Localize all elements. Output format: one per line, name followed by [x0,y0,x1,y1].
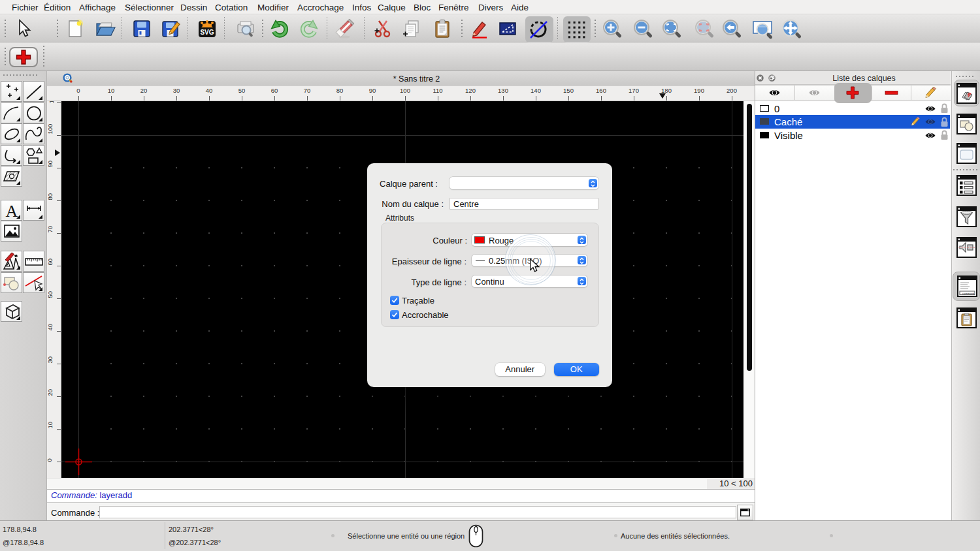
svg-text:SVG: SVG [200,29,214,36]
svg-text:command: command [962,292,975,295]
